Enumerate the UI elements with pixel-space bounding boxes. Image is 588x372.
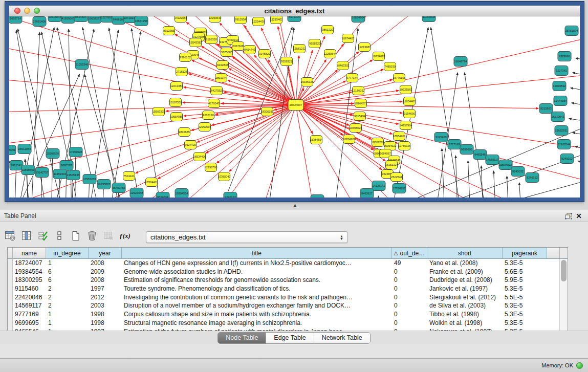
graph-node[interactable]: 9227343 <box>555 66 568 76</box>
close-panel-button[interactable]: ✕ <box>574 211 584 221</box>
graph-node[interactable]: 12093832 <box>553 81 566 91</box>
graph-node[interactable]: 16534411 <box>145 178 158 187</box>
graph-node[interactable]: 9245032 <box>511 167 525 177</box>
graph-node[interactable]: 9015494 <box>354 112 366 121</box>
graph-node[interactable]: 12213383 <box>170 82 183 91</box>
graph-node[interactable]: 8215953 <box>539 104 553 114</box>
graph-node[interactable]: 9329966 <box>558 52 571 61</box>
table-row[interactable]: 977716911998Corpus callosum shape and si… <box>8 310 568 319</box>
column-header-in_degree[interactable]: in_degree <box>46 248 89 259</box>
graph-node[interactable]: 19734093 <box>373 52 385 61</box>
graph-node[interactable]: 26612054 <box>18 144 31 154</box>
tab-edge-table[interactable]: Edge Table <box>266 333 314 343</box>
column-header-pagerank[interactable]: pagerank <box>503 248 547 259</box>
graph-node[interactable]: 19384554 <box>175 189 188 198</box>
graph-node[interactable]: 8912954 <box>235 16 247 24</box>
table-settings-button[interactable] <box>4 230 16 242</box>
graph-node[interactable]: 9777169 <box>448 140 461 149</box>
graph-node[interactable]: 16671358 <box>135 16 148 26</box>
graph-node[interactable]: 12198700 <box>205 163 217 172</box>
graph-node[interactable]: 13142757 <box>35 168 49 178</box>
graph-node[interactable]: 14136141 <box>372 181 385 191</box>
graph-node[interactable]: 10654985 <box>170 113 183 121</box>
graph-node[interactable]: 16854904 <box>352 16 365 23</box>
close-window-button[interactable] <box>14 8 20 14</box>
graph-node[interactable]: 9832665 <box>179 128 190 137</box>
graph-node[interactable]: 15581232 <box>293 45 306 53</box>
network-canvas[interactable]: 9055714276914061061504441959203883450410… <box>9 16 580 198</box>
table-row[interactable]: 1456911722003Disruption of a novel membe… <box>8 301 568 310</box>
graph-node[interactable]: 12923448 <box>130 188 143 198</box>
graph-node[interactable]: 18724007 <box>288 100 303 111</box>
graph-node[interactable]: 15054922 <box>384 142 397 150</box>
graph-node[interactable]: 9267130 <box>203 111 214 120</box>
graph-node[interactable]: 8912955 <box>163 27 175 35</box>
graph-node[interactable]: 2718126 <box>176 68 188 76</box>
graph-node[interactable]: 21053346 <box>75 60 89 70</box>
graph-node[interactable]: 12260644 <box>324 50 337 58</box>
graph-node[interactable]: 2367608 <box>232 42 244 51</box>
graph-node[interactable]: 10974403 <box>342 34 355 43</box>
graph-node[interactable]: 16543382 <box>189 38 202 47</box>
graph-node[interactable]: 16165326 <box>301 78 314 86</box>
graph-node[interactable]: 11215402 <box>270 16 282 24</box>
graph-node[interactable]: 9558321 <box>281 57 293 66</box>
graph-node[interactable]: 11568693 <box>21 165 35 175</box>
graph-node[interactable]: 9097587 <box>60 161 73 170</box>
graph-node[interactable]: 8427552 <box>211 86 223 95</box>
graph-node[interactable]: 16648784 <box>454 57 467 67</box>
graph-node[interactable]: 12160032 <box>352 86 365 95</box>
graph-node[interactable]: 18954901 <box>393 132 406 141</box>
graph-node[interactable]: 12213987 <box>358 43 371 52</box>
graph-node[interactable]: 12254430 <box>252 17 265 26</box>
table-row[interactable]: 1830029562008Estimation of significance … <box>8 276 568 285</box>
graph-node[interactable]: 8186328 <box>206 35 217 44</box>
column-header-out_degree[interactable]: △out_de… <box>392 248 427 259</box>
tab-node-table[interactable]: Node Table <box>218 333 266 343</box>
graph-node[interactable]: 9242845 <box>217 61 229 70</box>
graph-node[interactable]: 12103544 <box>557 140 571 149</box>
table-row[interactable]: 969969511998Structural magnetic resonanc… <box>8 319 568 327</box>
graph-node[interactable]: 18807299 <box>372 138 384 147</box>
graph-node[interactable]: 10954302 <box>343 135 356 144</box>
table-row[interactable]: 1938455462009Genome-wide association stu… <box>8 268 568 276</box>
graph-node[interactable]: 9146820 <box>259 50 271 58</box>
graph-node[interactable]: 10615044 <box>48 16 61 22</box>
delete-button[interactable] <box>86 230 98 242</box>
network-select-dropdown[interactable]: citations_edges.txt ▲▼ <box>146 231 348 243</box>
graph-node[interactable]: 14957904 <box>400 121 412 130</box>
graph-node[interactable]: 10325563 <box>400 85 412 94</box>
graph-node[interactable]: 13505135 <box>67 170 80 180</box>
graph-node[interactable]: 9246102 <box>526 173 539 183</box>
column-header-year[interactable]: year <box>89 248 122 259</box>
graph-node[interactable]: 17957253 <box>83 174 96 184</box>
graph-node[interactable]: 8834504 <box>74 16 88 22</box>
graph-node[interactable]: 10594022 <box>499 160 512 170</box>
graph-node[interactable]: 18300295 <box>261 107 274 116</box>
zoom-window-button[interactable] <box>34 8 40 14</box>
network-window-titlebar[interactable]: citations_edges.txt <box>9 6 580 16</box>
graph-node[interactable]: 9154690 <box>404 110 416 118</box>
graph-node[interactable]: 11154808 <box>422 16 435 22</box>
column-header-name[interactable]: name <box>13 248 46 259</box>
minimize-window-button[interactable] <box>24 8 30 14</box>
graph-node[interactable]: 7524421 <box>123 172 135 181</box>
graph-node[interactable]: 9699695 <box>460 145 473 155</box>
tab-network-table[interactable]: Network Table <box>314 333 370 343</box>
graph-node[interactable]: 2803144 <box>215 74 227 82</box>
table-row[interactable]: 1872400712008Changes of HCN gene express… <box>8 259 568 268</box>
graph-node[interactable]: 15903302 <box>153 107 165 116</box>
graph-node[interactable]: 9558320 <box>309 39 321 48</box>
graph-node[interactable]: 12353594 <box>199 123 211 132</box>
delete-table-button[interactable] <box>102 230 115 242</box>
graph-node[interactable]: 10365042 <box>218 172 231 181</box>
graph-node[interactable]: 25205051 <box>9 145 16 155</box>
graph-node[interactable]: 10653287 <box>88 16 101 24</box>
graph-node[interactable]: 9861320 <box>322 26 334 34</box>
graph-node[interactable]: 9245022 <box>560 154 574 164</box>
float-panel-button[interactable] <box>563 211 574 221</box>
graph-node[interactable]: 9115460 <box>434 133 448 142</box>
graph-node[interactable]: 7524420 <box>185 141 197 149</box>
graph-node[interactable]: 11054407 <box>403 97 416 106</box>
graph-node[interactable]: 41959203 <box>61 16 75 24</box>
